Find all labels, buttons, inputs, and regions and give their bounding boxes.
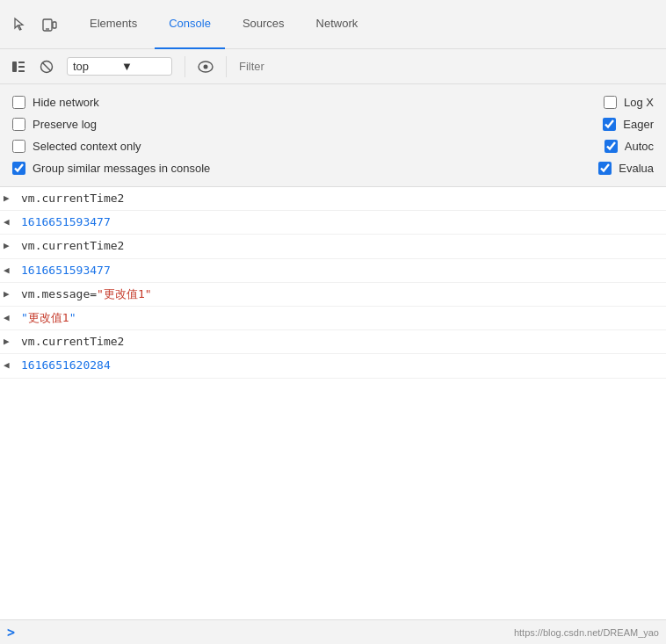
log-text-1: vm.currentTime2 bbox=[21, 191, 659, 206]
selected-context-checkbox[interactable] bbox=[12, 140, 25, 153]
tab-icons bbox=[7, 12, 62, 37]
cursor-icon[interactable] bbox=[7, 12, 32, 37]
context-dropdown-value: top bbox=[73, 60, 118, 73]
hide-network-label[interactable]: Hide network bbox=[12, 96, 99, 109]
settings-right-4: Evalua bbox=[598, 162, 654, 175]
log-text-4: 1616651593477 bbox=[21, 263, 659, 279]
bottom-url: https://blog.csdn.net/DREAM_yao bbox=[28, 627, 659, 638]
svg-rect-4 bbox=[18, 62, 25, 63]
settings-row-2: Preserve log Eager bbox=[0, 113, 666, 135]
log-text-3: vm.currentTime2 bbox=[21, 238, 659, 254]
log-text-8: 1616651620284 bbox=[21, 358, 659, 373]
settings-right-2: Eager bbox=[603, 118, 654, 131]
log-x-label[interactable]: Log X bbox=[604, 96, 654, 109]
tab-network[interactable]: Network bbox=[302, 0, 373, 49]
device-toggle-icon[interactable] bbox=[37, 12, 62, 37]
log-entry-8[interactable]: ◀ 1616651620284 bbox=[0, 354, 666, 378]
settings-left-2: Preserve log bbox=[12, 118, 97, 131]
eager-label[interactable]: Eager bbox=[603, 118, 654, 131]
svg-point-10 bbox=[204, 64, 208, 69]
eager-text: Eager bbox=[623, 118, 654, 131]
settings-left-4: Group similar messages in console bbox=[12, 162, 210, 175]
hide-network-checkbox[interactable] bbox=[12, 96, 25, 109]
log-text-7: vm.currentTime2 bbox=[21, 334, 659, 350]
settings-left-1: Hide network bbox=[12, 96, 99, 109]
log-arrow-7[interactable]: ▶ bbox=[4, 334, 21, 347]
autoc-label[interactable]: Autoc bbox=[604, 140, 654, 153]
log-arrow-2[interactable]: ◀ bbox=[4, 214, 21, 228]
svg-line-8 bbox=[42, 62, 51, 71]
filter-input[interactable] bbox=[235, 58, 659, 75]
log-entry-6[interactable]: ◀ "更改值1" bbox=[0, 307, 666, 330]
tab-bar: Elements Console Sources Network bbox=[0, 0, 666, 49]
settings-panel: Hide network Log X Preserve log bbox=[0, 84, 666, 187]
svg-rect-6 bbox=[18, 70, 25, 72]
log-text-6-quote2: " bbox=[69, 311, 76, 324]
tab-elements[interactable]: Elements bbox=[76, 0, 151, 49]
sidebar-toggle-icon[interactable] bbox=[7, 55, 30, 78]
toolbar-separator-2 bbox=[226, 56, 227, 77]
log-text-6-value: 更改值1 bbox=[28, 311, 69, 324]
bottom-bar: > https://blog.csdn.net/DREAM_yao bbox=[0, 619, 666, 644]
log-arrow-3[interactable]: ▶ bbox=[4, 238, 21, 251]
log-arrow-6[interactable]: ◀ bbox=[4, 310, 21, 323]
log-entry-7[interactable]: ▶ vm.currentTime2 bbox=[0, 330, 666, 354]
log-arrow-8[interactable]: ◀ bbox=[4, 358, 21, 371]
log-entry-3[interactable]: ▶ vm.currentTime2 bbox=[0, 235, 666, 258]
log-text-5: vm.message="更改值1" bbox=[21, 286, 659, 302]
evalua-checkbox[interactable] bbox=[598, 162, 612, 175]
group-similar-text: Group similar messages in console bbox=[33, 162, 210, 175]
console-area: ▶ vm.currentTime2 ◀ 1616651593477 ▶ vm.c… bbox=[0, 187, 666, 619]
console-prompt[interactable]: > bbox=[7, 625, 25, 640]
eye-icon[interactable] bbox=[194, 55, 217, 78]
context-dropdown[interactable]: top ▼ bbox=[67, 57, 172, 76]
settings-right-3: Autoc bbox=[604, 140, 654, 153]
log-arrow-1[interactable]: ▶ bbox=[4, 191, 21, 204]
autoc-checkbox[interactable] bbox=[604, 140, 618, 153]
log-entry-5[interactable]: ▶ vm.message="更改值1" bbox=[0, 283, 666, 307]
autoc-text: Autoc bbox=[625, 140, 654, 153]
log-text-6: "更改值1" bbox=[21, 310, 659, 326]
log-arrow-5[interactable]: ▶ bbox=[4, 286, 21, 300]
log-x-checkbox[interactable] bbox=[604, 96, 617, 109]
clear-console-icon[interactable] bbox=[35, 55, 58, 78]
svg-rect-5 bbox=[18, 66, 25, 68]
log-text-5-str: "更改值1" bbox=[97, 287, 151, 300]
log-text-6-quote1: " bbox=[21, 311, 28, 324]
settings-row-1: Hide network Log X bbox=[0, 91, 666, 113]
svg-rect-1 bbox=[53, 22, 56, 28]
log-entry-1[interactable]: ▶ vm.currentTime2 bbox=[0, 187, 666, 211]
svg-rect-3 bbox=[12, 62, 17, 72]
group-similar-label[interactable]: Group similar messages in console bbox=[12, 162, 210, 175]
log-entry-2[interactable]: ◀ 1616651593477 bbox=[0, 211, 666, 235]
group-similar-checkbox[interactable] bbox=[12, 162, 25, 175]
toolbar: top ▼ bbox=[0, 49, 666, 84]
tab-console[interactable]: Console bbox=[155, 0, 225, 49]
log-entry-4[interactable]: ◀ 1616651593477 bbox=[0, 259, 666, 283]
toolbar-separator bbox=[185, 56, 185, 77]
log-text-2: 1616651593477 bbox=[21, 214, 659, 230]
selected-context-text: Selected context only bbox=[33, 140, 141, 153]
evalua-label[interactable]: Evalua bbox=[598, 162, 654, 175]
dropdown-arrow-icon: ▼ bbox=[121, 60, 166, 73]
selected-context-label[interactable]: Selected context only bbox=[12, 140, 141, 153]
preserve-log-text: Preserve log bbox=[33, 118, 97, 131]
settings-left-3: Selected context only bbox=[12, 140, 141, 153]
settings-row-3: Selected context only Autoc bbox=[0, 135, 666, 157]
log-x-text: Log X bbox=[624, 96, 654, 109]
log-arrow-4[interactable]: ◀ bbox=[4, 263, 21, 276]
log-text-5-prefix: vm.message= bbox=[21, 287, 97, 300]
evalua-text: Evalua bbox=[619, 162, 654, 175]
settings-right-1: Log X bbox=[604, 96, 654, 109]
main-content: top ▼ Hide network Log bbox=[0, 49, 666, 644]
eager-checkbox[interactable] bbox=[603, 118, 616, 131]
settings-row-4: Group similar messages in console Evalua bbox=[0, 157, 666, 179]
preserve-log-label[interactable]: Preserve log bbox=[12, 118, 97, 131]
preserve-log-checkbox[interactable] bbox=[12, 118, 25, 131]
hide-network-text: Hide network bbox=[33, 96, 99, 109]
tab-sources[interactable]: Sources bbox=[228, 0, 299, 49]
